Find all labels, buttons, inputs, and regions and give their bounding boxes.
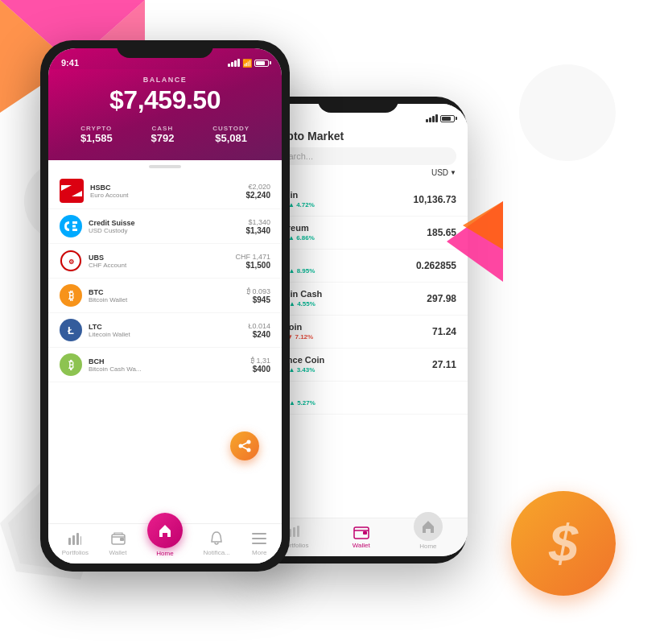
bg-decoration-right [439,201,503,282]
account-amounts-btc: ₿ 0.093 $945 [247,287,270,304]
account-item-cs[interactable]: Credit Suisse USD Custody $1,340 $1,340 [48,209,282,244]
svg-rect-26 [252,543,266,544]
nav-notifications-label: Notifica... [203,549,229,556]
balance-cat-crypto: CRYPTO $1,585 [80,125,113,144]
share-icon [237,439,252,453]
svg-rect-20 [76,533,79,545]
nav-portfolios[interactable]: Portfolios [62,530,89,556]
nav-home-label: Home [156,550,173,557]
ltc-logo: Ł [60,319,82,341]
account-info-hsbc: HSBC Euro Account [90,184,245,199]
bottom-nav-left: Portfolios Wallet Home Notifica... [48,523,282,564]
svg-rect-18 [68,538,71,545]
svg-rect-31 [363,531,367,535]
svg-rect-24 [252,533,266,535]
left-phone: 9:41 📶 BALANCE $7,459.50 CRYPTO $1,585 [40,40,290,572]
wallet-icon [109,530,127,547]
fab-button[interactable] [230,431,259,460]
svg-line-16 [241,442,249,446]
phone-notch-right [318,97,398,113]
currency-row: USD ▼ [268,168,456,177]
status-time-left: 9:41 [61,58,79,68]
bell-icon [208,530,225,547]
balance-label: BALANCE [61,76,269,84]
drag-indicator [149,165,181,168]
account-item-ltc[interactable]: Ł LTC Litecoin Wallet Ł0.014 $240 [48,313,282,348]
balance-amount: $7,459.50 [61,85,269,115]
account-amounts-bch: ₿ 1,31 $400 [251,357,270,374]
account-item-bch[interactable]: ₿ BCH Bitcoin Cash Wa... ₿ 1,31 $400 [48,348,282,382]
nav-wallet[interactable]: Wallet [109,530,127,556]
balance-categories: CRYPTO $1,585 CASH $792 CUSTODY $5,081 [61,125,269,144]
account-item-hsbc[interactable]: HSBC Euro Account €2,020 $2,240 [48,173,282,209]
currency-label: USD [431,168,448,177]
account-amounts-hsbc: €2,020 $2,240 [245,183,270,200]
right-nav-home-label: Home [419,543,436,550]
phone-notch-left [117,40,213,58]
svg-rect-19 [72,535,75,545]
cs-logo [60,215,82,237]
nav-home[interactable]: Home [147,529,183,557]
menu-icon [250,530,268,547]
right-phone-title: Crypto Market [268,130,456,142]
bg-circle-right [519,64,616,161]
account-item-btc[interactable]: ₿ BTC Bitcoin Wallet ₿ 0.093 $945 [48,279,282,313]
right-nav-wallet[interactable]: Wallet [353,524,370,549]
nav-more-label: More [252,549,266,556]
account-info-btc: BTC Bitcoin Wallet [89,288,247,303]
balance-cat-cash: CASH $792 [151,125,174,144]
account-info-ltc: LTC Litecoin Wallet [89,323,248,338]
account-info-bch: BCH Bitcoin Cash Wa... [89,357,251,373]
nav-portfolios-label: Portfolios [62,549,89,556]
account-amounts-cs: $1,340 $1,340 [245,218,270,235]
ubs-logo: ⚙ [60,250,82,272]
dollar-circle-decoration: $ [511,491,616,596]
account-amounts-ltc: Ł0.014 $240 [248,322,270,339]
status-icons-right [426,114,455,122]
bch-logo: ₿ [60,353,82,376]
account-amounts-ubs: CHF 1,471 $1,500 [235,253,270,270]
nav-more[interactable]: More [250,530,268,556]
svg-line-17 [241,446,249,450]
btc-logo: ₿ [60,284,82,307]
status-icons-left: 📶 [228,59,269,68]
svg-text:⚙: ⚙ [68,258,74,266]
phone-header-left: BALANCE $7,459.50 CRYPTO $1,585 CASH $79… [48,69,282,160]
account-info-ubs: UBS CHF Account [89,254,235,269]
right-nav-wallet-label: Wallet [353,542,370,549]
right-nav-home[interactable]: Home [414,523,443,550]
balance-cat-custody: CUSTODY $5,081 [212,125,250,144]
right-wallet-icon [353,524,369,540]
portfolios-icon [66,530,84,547]
svg-rect-21 [80,536,81,545]
dollar-symbol: $ [549,518,578,570]
svg-rect-29 [297,526,299,537]
hsbc-logo [60,179,84,203]
home-icon [147,513,183,548]
nav-wallet-label: Wallet [109,549,127,556]
account-item-ubs[interactable]: ⚙ UBS CHF Account CHF 1,471 $1,500 [48,244,282,279]
right-home-icon [414,512,443,541]
svg-rect-23 [120,538,124,541]
account-info-cs: Credit Suisse USD Custody [89,219,245,234]
svg-rect-25 [252,538,266,539]
svg-rect-28 [293,527,295,537]
search-bar[interactable]: Search... [268,147,456,165]
currency-dropdown-icon[interactable]: ▼ [450,169,456,176]
nav-notifications[interactable]: Notifica... [203,530,229,556]
